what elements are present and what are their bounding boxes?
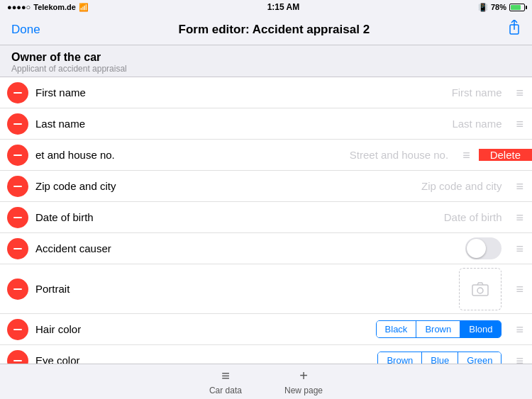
label-last-name: Last name xyxy=(28,118,452,130)
status-left: ●●●●○ Telekom.de 📶 xyxy=(7,3,89,12)
new-page-label: New page xyxy=(284,386,323,395)
wifi-icon: 📶 xyxy=(79,3,89,12)
section-header: Owner of the car Applicant of accident a… xyxy=(0,45,532,77)
new-page-icon: + xyxy=(299,368,308,384)
done-button[interactable]: Done xyxy=(11,23,40,37)
row-portrait: Portrait ≡ xyxy=(0,264,532,314)
section-subtitle: Applicant of accident appraisal xyxy=(11,64,521,74)
hair-brown-option[interactable]: Brown xyxy=(416,321,460,337)
remove-dob-button[interactable] xyxy=(7,207,28,228)
nav-bar: Done Form editor: Accident appraisal 2 xyxy=(0,14,532,45)
value-zip: Zip code and city xyxy=(421,180,507,192)
delete-street-button[interactable]: Delete xyxy=(479,149,532,161)
hair-black-option[interactable]: Black xyxy=(377,321,417,337)
status-bar: ●●●●○ Telekom.de 📶 1:15 AM 📳 78% xyxy=(0,0,532,14)
remove-portrait-button[interactable] xyxy=(7,279,28,300)
share-icon[interactable] xyxy=(508,20,521,39)
label-zip: Zip code and city xyxy=(28,180,421,192)
camera-placeholder[interactable] xyxy=(459,268,501,310)
label-hair-color: Hair color xyxy=(28,323,376,335)
drag-first-name[interactable]: ≡ xyxy=(507,86,532,99)
remove-first-name-button[interactable] xyxy=(7,82,28,103)
label-accident-causer: Accident causer xyxy=(28,242,465,254)
value-last-name: Last name xyxy=(452,118,507,130)
row-accident-causer: Accident causer ≡ xyxy=(0,233,532,264)
row-street: et and house no. Street and house no. ≡ … xyxy=(0,140,532,171)
value-first-name: First name xyxy=(452,86,508,99)
remove-zip-button[interactable] xyxy=(7,176,28,197)
drag-dob[interactable]: ≡ xyxy=(507,211,532,224)
row-hair-color: Hair color Black Brown Blond ≡ xyxy=(0,314,532,345)
status-right: 📳 78% xyxy=(478,3,525,12)
bluetooth-icon: 📳 xyxy=(478,3,488,12)
drag-hair-color[interactable]: ≡ xyxy=(507,323,532,336)
car-data-icon: ≡ xyxy=(221,368,230,384)
car-data-label: Car data xyxy=(209,386,242,395)
signal-dots: ●●●●○ xyxy=(7,3,31,11)
value-dob: Date of birth xyxy=(444,211,508,223)
battery-indicator xyxy=(509,4,525,11)
page-title: Form editor: Accident appraisal 2 xyxy=(179,23,370,37)
row-first-name: First name First name ≡ xyxy=(0,77,532,108)
label-first-name: First name xyxy=(28,86,452,99)
time-label: 1:15 AM xyxy=(267,2,300,12)
row-last-name: Last name Last name ≡ xyxy=(0,108,532,140)
toggle-accident-causer[interactable] xyxy=(465,237,507,259)
hair-color-segmented: Black Brown Blond xyxy=(376,320,502,338)
drag-portrait[interactable]: ≡ xyxy=(507,283,532,296)
toggle-switch[interactable] xyxy=(465,237,501,259)
label-street: et and house no. xyxy=(28,149,350,161)
drag-street[interactable]: ≡ xyxy=(454,149,479,162)
remove-hair-color-button[interactable] xyxy=(7,319,28,340)
carrier-label: Telekom.de xyxy=(33,3,76,11)
hair-blond-option[interactable]: Blond xyxy=(460,321,501,337)
remove-last-name-button[interactable] xyxy=(7,113,28,135)
label-dob: Date of birth xyxy=(28,211,444,223)
row-dob: Date of birth Date of birth ≡ xyxy=(0,202,532,233)
tab-car-data[interactable]: ≡ Car data xyxy=(209,368,242,395)
tab-bar: ≡ Car data + New page xyxy=(0,364,532,399)
form-content: First name First name ≡ Last name Last n… xyxy=(0,77,532,399)
tab-new-page[interactable]: + New page xyxy=(284,368,323,395)
battery-percent: 78% xyxy=(491,3,506,11)
remove-accident-causer-button[interactable] xyxy=(7,238,28,259)
row-zip: Zip code and city Zip code and city ≡ xyxy=(0,171,532,202)
drag-zip[interactable]: ≡ xyxy=(507,180,532,193)
drag-accident-causer[interactable]: ≡ xyxy=(507,242,532,255)
label-portrait: Portrait xyxy=(28,283,459,295)
drag-last-name[interactable]: ≡ xyxy=(507,118,532,130)
section-title: Owner of the car xyxy=(11,51,521,64)
svg-point-3 xyxy=(477,288,483,293)
remove-street-button[interactable] xyxy=(7,145,28,166)
value-street: Street and house no. xyxy=(350,149,454,161)
